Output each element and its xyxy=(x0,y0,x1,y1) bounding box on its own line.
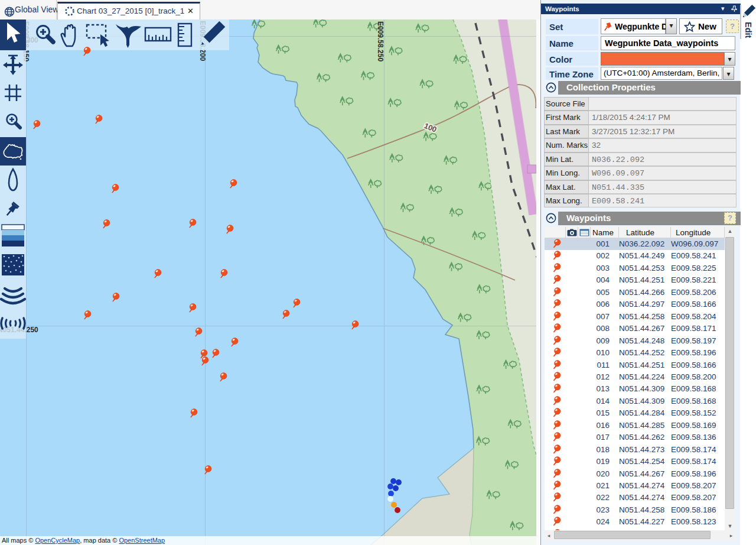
svg-text:E009.58.250: E009.58.250 xyxy=(376,21,384,61)
svg-text:All maps © OpenCycleMap, map d: All maps © OpenCycleMap, map data © Open… xyxy=(2,537,165,544)
